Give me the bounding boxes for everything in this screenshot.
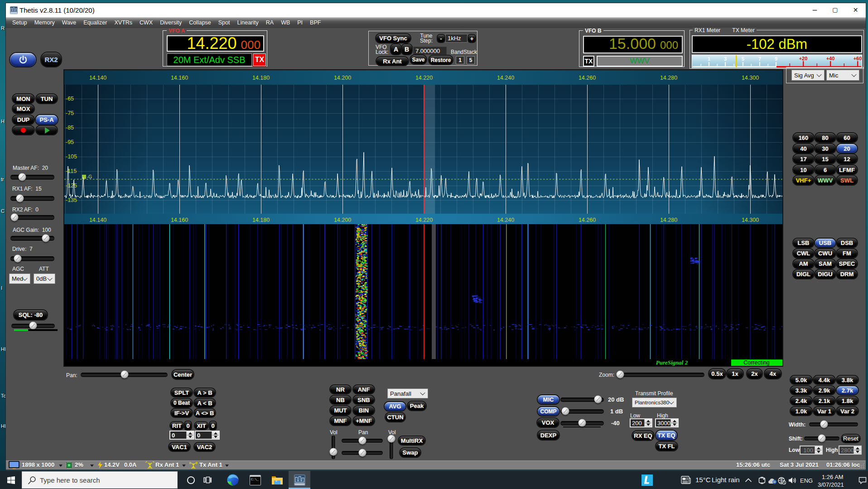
news-widget-icon[interactable] <box>681 476 691 484</box>
rit-zero-button[interactable]: 0 <box>185 422 191 430</box>
maximize-button[interactable]: ▢ <box>825 3 845 17</box>
filter-38k-button[interactable]: 3.8k <box>837 376 858 384</box>
spinner-up-icon[interactable] <box>854 446 861 450</box>
vfo-a-band-mode[interactable]: 20M Ext/Adv SSB <box>167 53 252 66</box>
rx1-meter-label[interactable]: RX1 Meter <box>694 27 720 34</box>
linqpad-tray-button[interactable] <box>636 471 658 489</box>
clock-time[interactable]: 1:26 AM <box>822 474 844 480</box>
pan-thumb[interactable] <box>121 371 129 379</box>
menu-item-diversity[interactable]: Diversity <box>156 17 185 28</box>
splt-button[interactable]: SPLT <box>171 388 192 397</box>
meter-tx-select[interactable]: Mic <box>826 70 859 81</box>
shift-thumb[interactable] <box>818 435 826 442</box>
a-lt-b-button[interactable]: A < B <box>194 399 215 407</box>
start-button[interactable] <box>0 471 22 489</box>
if-to-v-button[interactable]: IF->V <box>171 409 192 417</box>
rx2-button[interactable]: RX2 <box>41 53 61 67</box>
save-button[interactable]: Save <box>410 55 426 64</box>
panadapter-display[interactable]: 14.14014.14014.16014.16014.18014.18014.2… <box>64 70 782 366</box>
mode-digl-button[interactable]: DIGL <box>793 270 814 278</box>
weather-text[interactable]: Light rain <box>712 476 740 484</box>
filter-var1-button[interactable]: Var 1 <box>814 407 835 415</box>
xit-button[interactable]: XIT <box>195 422 208 429</box>
spinner-down-icon[interactable] <box>187 435 193 439</box>
tray-chevron-icon[interactable] <box>745 478 752 483</box>
mode-lsb-button[interactable]: LSB <box>793 239 814 247</box>
a-gt-b-button[interactable]: A > B <box>194 388 215 397</box>
nb-button[interactable]: NB <box>330 396 351 404</box>
filter-high-spinner[interactable]: 2800 <box>839 446 862 455</box>
spinner-up-icon[interactable] <box>212 431 219 435</box>
width-thumb[interactable] <box>820 421 828 428</box>
thetis-taskbar-button[interactable] <box>289 471 310 489</box>
vfo-b-frequency[interactable]: 15.000 000 <box>583 36 683 53</box>
mode-usb-button[interactable]: USB <box>815 239 835 247</box>
rx-eq-button[interactable]: RX EQ <box>632 431 654 440</box>
resolution-value[interactable]: 1898 x 1000 <box>22 461 54 468</box>
filter-18k-button[interactable]: 1.8k <box>837 397 858 405</box>
rit-spinner[interactable]: 0 <box>169 431 194 440</box>
mon-button[interactable]: MON <box>13 94 34 103</box>
drive-thumb[interactable] <box>14 255 22 263</box>
vfo-b-tx-button[interactable]: TX <box>583 56 594 67</box>
sql-thumb[interactable] <box>29 322 37 330</box>
rx1-af-thumb[interactable] <box>16 195 24 202</box>
mic-button[interactable]: MIC <box>538 395 559 404</box>
anf-button[interactable]: ANF <box>353 385 374 393</box>
comp-thumb[interactable] <box>562 408 569 415</box>
tx-ant-value[interactable]: Tx Ant 1 <box>199 461 222 468</box>
vfo-lock-a-button[interactable]: A <box>391 44 401 54</box>
mut-button[interactable]: MUT <box>330 406 351 415</box>
weather-temp[interactable]: 15°C <box>695 476 711 484</box>
vfo-lock-b-button[interactable]: B <box>402 44 412 54</box>
plus-mnf-button[interactable]: +MNF <box>353 417 374 425</box>
mic-thumb[interactable] <box>594 396 602 403</box>
display-mode-select[interactable]: Panafall <box>387 388 428 398</box>
zoom-2x-button[interactable]: 2x <box>747 369 762 379</box>
mode-am-button[interactable]: AM <box>793 259 814 268</box>
agc-gain-thumb[interactable] <box>42 235 50 242</box>
filter-low-spinner[interactable]: 100 <box>800 446 823 455</box>
menu-item-setup[interactable]: Setup <box>9 17 31 28</box>
transmit-profile-select[interactable]: Plantronics380 <box>632 398 677 408</box>
mode-dsb-button[interactable]: DSB <box>837 239 857 247</box>
att-select[interactable]: 0dB <box>34 273 55 284</box>
a-swap-b-button[interactable]: A <> B <box>194 409 215 417</box>
vox-thumb[interactable] <box>579 419 586 427</box>
meter-rx-select[interactable]: Sig Avg <box>791 70 825 81</box>
rx-ant-button[interactable]: Rx Ant <box>376 57 408 65</box>
menu-item-xvtrs[interactable]: XVTRs <box>111 17 136 28</box>
band-17-button[interactable]: 17 <box>793 154 814 163</box>
menu-item-cwx[interactable]: CWX <box>136 17 156 28</box>
play-button[interactable] <box>36 126 57 134</box>
band-lfmf-button[interactable]: LFMF <box>837 165 857 174</box>
band-15-button[interactable]: 15 <box>815 154 835 163</box>
zoom-1x-button[interactable]: 1x <box>727 369 743 379</box>
filter-33k-button[interactable]: 3.3k <box>791 386 812 394</box>
panadapter-canvas[interactable]: 14.14014.14014.16014.16014.18014.18014.2… <box>64 70 782 366</box>
menu-item-linearity[interactable]: Linearity <box>234 17 262 28</box>
dropdown-arrow-icon[interactable] <box>90 465 94 467</box>
filter-27k-button[interactable]: 2.7k <box>837 386 858 394</box>
rx2-af-thumb[interactable] <box>11 214 19 221</box>
restore-button[interactable]: Restore <box>429 56 453 64</box>
tune-step-minus-button[interactable]: - <box>438 35 444 42</box>
action-center-icon[interactable] <box>858 477 867 484</box>
dexp-button[interactable]: DEXP <box>538 431 559 440</box>
minimize-button[interactable]: – <box>805 3 825 17</box>
filter-10k-button[interactable]: 1.0k <box>791 407 812 415</box>
snb-button[interactable]: SNB <box>353 396 374 404</box>
cortana-button[interactable] <box>183 471 198 489</box>
mode-cwu-button[interactable]: CWU <box>815 249 835 258</box>
pan-rx2-thumb[interactable] <box>359 449 366 457</box>
spinner-down-icon[interactable] <box>815 450 822 454</box>
edge-button[interactable] <box>222 471 244 489</box>
spinner-down-icon[interactable] <box>212 435 219 439</box>
vac2-button[interactable]: VAC2 <box>194 443 215 451</box>
vox-button[interactable]: VOX <box>537 418 559 427</box>
zoom-05x-button[interactable]: 0.5x <box>709 369 725 379</box>
width-slider[interactable] <box>809 422 858 427</box>
mode-fm-button[interactable]: FM <box>837 249 857 258</box>
menu-item-pi[interactable]: PI <box>294 17 306 28</box>
mnf-button[interactable]: MNF <box>330 417 351 425</box>
